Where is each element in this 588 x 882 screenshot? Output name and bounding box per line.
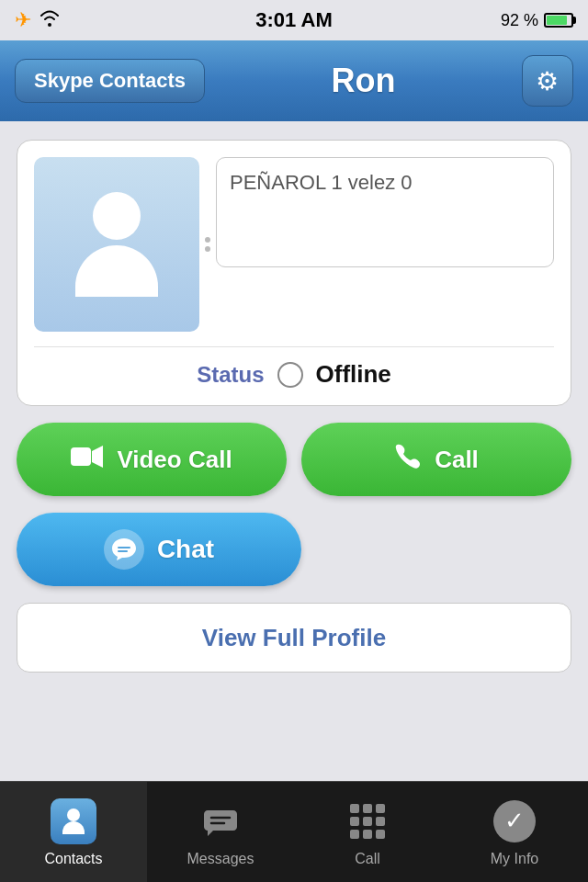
- phone-icon: [394, 443, 422, 477]
- view-full-profile-button[interactable]: View Full Profile: [17, 603, 571, 673]
- svg-marker-1: [92, 446, 103, 468]
- status-message: PEÑAROL 1 velez 0: [216, 157, 554, 267]
- my-info-tab-label: My Info: [491, 851, 538, 867]
- profile-card: PEÑAROL 1 velez 0 Status Offline: [17, 140, 571, 406]
- nav-bar: Skype Contacts Ron ⚙: [0, 40, 588, 121]
- chat-label: Chat: [157, 535, 214, 564]
- my-info-tab-icon: ✓: [491, 797, 538, 845]
- status-label: Status: [197, 362, 264, 388]
- view-full-profile-label: View Full Profile: [202, 624, 386, 652]
- chat-button[interactable]: Chat: [17, 513, 301, 586]
- avatar: [34, 157, 199, 332]
- call-tab-label: Call: [355, 851, 380, 867]
- nav-title: Ron: [332, 62, 396, 100]
- contacts-tab-icon: [50, 797, 97, 845]
- battery-icon: [544, 13, 573, 28]
- call-button[interactable]: Call: [301, 423, 571, 496]
- status-value: Offline: [316, 360, 391, 389]
- contacts-tab-label: Contacts: [44, 851, 102, 867]
- tab-bar: Contacts Messages Call ✓ My Info: [0, 781, 588, 882]
- messages-tab-label: Messages: [187, 851, 254, 867]
- settings-button[interactable]: ⚙: [522, 55, 573, 107]
- chat-bubble-icon: [104, 529, 144, 570]
- status-bar: ✈ 3:01 AM 92 %: [0, 0, 588, 40]
- status-time: 3:01 AM: [255, 8, 333, 32]
- video-call-label: Video Call: [117, 446, 232, 474]
- call-tab-icon: [344, 797, 391, 845]
- video-icon: [71, 445, 104, 475]
- status-indicator: [277, 362, 303, 388]
- tab-my-info[interactable]: ✓ My Info: [441, 782, 588, 882]
- tab-contacts[interactable]: Contacts: [0, 782, 147, 882]
- gear-icon: ⚙: [536, 66, 559, 96]
- tab-messages[interactable]: Messages: [147, 782, 294, 882]
- back-button[interactable]: Skype Contacts: [15, 59, 205, 103]
- main-content: PEÑAROL 1 velez 0 Status Offline Video C…: [0, 121, 588, 691]
- action-buttons-row: Video Call Call: [17, 423, 571, 496]
- tab-call[interactable]: Call: [294, 782, 441, 882]
- wifi-icon: [39, 10, 61, 31]
- messages-tab-icon: [197, 797, 244, 845]
- airplane-icon: ✈: [15, 8, 31, 32]
- call-label: Call: [435, 446, 479, 474]
- svg-rect-0: [71, 447, 91, 466]
- battery-percentage: 92 %: [501, 11, 538, 30]
- video-call-button[interactable]: Video Call: [17, 423, 287, 496]
